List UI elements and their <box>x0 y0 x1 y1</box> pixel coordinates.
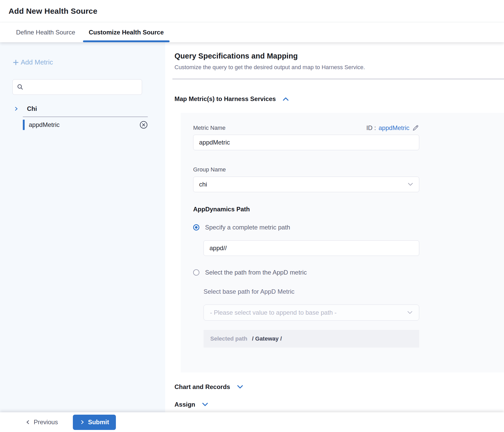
dialog-body: Add Metric Chi appdMetric <box>0 42 504 412</box>
chevron-up-icon <box>283 97 289 101</box>
radio-complete-metric-path[interactable]: Specify a complete metric path <box>193 224 290 231</box>
id-label: ID : <box>366 124 376 132</box>
chart-records-title: Chart and Records <box>174 383 230 391</box>
tab-define-health-source[interactable]: Define Health Source <box>11 22 80 42</box>
metric-path-input[interactable] <box>204 240 419 256</box>
metric-search-box[interactable] <box>12 79 142 95</box>
selected-indicator-bar <box>23 120 25 130</box>
sidebar-group-chi[interactable]: Chi <box>12 105 165 112</box>
divider <box>172 79 504 79</box>
submit-button[interactable]: Submit <box>73 415 116 430</box>
tab-label: Customize Health Source <box>89 29 164 36</box>
chevron-right-icon <box>80 420 85 425</box>
tab-customize-health-source[interactable]: Customize Health Source <box>84 22 168 42</box>
selected-path-label: Selected path <box>210 335 247 342</box>
map-metrics-title: Map Metric(s) to Harness Services <box>174 95 276 103</box>
group-name-value: chi <box>199 181 207 188</box>
chevron-left-icon <box>25 420 31 425</box>
search-icon <box>17 84 24 90</box>
main-panel: Query Specifications and Mapping Customi… <box>165 42 504 412</box>
tab-bar: Define Health Source Customize Health So… <box>0 22 504 42</box>
assign-title: Assign <box>174 401 195 408</box>
chevron-down-icon <box>408 183 413 186</box>
base-path-label: Select base path for AppD Metric <box>204 288 504 295</box>
metric-name-input[interactable] <box>193 135 419 150</box>
metric-item-label: appdMetric <box>29 121 139 128</box>
previous-label: Previous <box>34 419 58 426</box>
chevron-down-icon <box>237 385 243 389</box>
assign-section-toggle[interactable]: Assign <box>174 401 208 408</box>
id-value-link[interactable]: appdMetric <box>379 124 409 132</box>
submit-label: Submit <box>88 419 109 426</box>
add-metric-button[interactable]: Add Metric <box>12 58 53 66</box>
group-name-field-label: Group Name <box>193 166 504 173</box>
selected-path-bar: Selected path / Gateway / <box>204 330 419 348</box>
base-path-placeholder: - Please select value to append to base … <box>210 309 337 316</box>
chevron-down-icon <box>202 402 208 407</box>
metric-name-label: Metric Name <box>193 125 226 131</box>
group-name-select[interactable]: chi <box>193 177 419 192</box>
chart-records-section-toggle[interactable]: Chart and Records <box>174 383 243 391</box>
previous-button[interactable]: Previous <box>25 419 58 426</box>
wizard-footer: Previous Submit <box>0 412 504 432</box>
radio-select-path-label: Select the path from the AppD metric <box>205 269 307 276</box>
remove-metric-button[interactable] <box>139 121 148 129</box>
group-name-label: Chi <box>27 105 37 112</box>
base-path-select[interactable]: - Please select value to append to base … <box>204 305 419 321</box>
map-metrics-panel: Metric Name ID : appdMetric Group Name c… <box>181 113 504 372</box>
plus-icon <box>12 59 19 66</box>
metric-search-input[interactable] <box>27 83 138 91</box>
appdynamics-path-title: AppDynamics Path <box>193 206 504 213</box>
radio-unselected-icon[interactable] <box>193 269 199 276</box>
chevron-down-icon <box>407 311 413 314</box>
metric-id-row[interactable]: ID : appdMetric <box>366 124 419 132</box>
radio-select-appd-path[interactable]: Select the path from the AppD metric <box>193 269 307 276</box>
edit-pencil-icon[interactable] <box>412 124 419 132</box>
selected-path-value: / Gateway / <box>252 335 282 342</box>
radio-complete-path-label: Specify a complete metric path <box>205 224 290 231</box>
metric-name-label-row: Metric Name ID : appdMetric <box>193 124 419 132</box>
section-subtitle: Customize the query to get the desired o… <box>174 64 504 71</box>
map-metrics-section-toggle[interactable]: Map Metric(s) to Harness Services <box>174 95 289 103</box>
add-metric-label: Add Metric <box>21 58 53 66</box>
tab-label: Define Health Source <box>16 29 75 36</box>
sidebar-metric-item[interactable]: appdMetric <box>23 117 148 133</box>
radio-selected-icon[interactable] <box>193 224 199 231</box>
metrics-sidebar: Add Metric Chi appdMetric <box>0 42 165 412</box>
circle-x-icon <box>139 121 148 129</box>
dialog-header: Add New Health Source <box>0 0 504 22</box>
section-title: Query Specifications and Mapping <box>174 52 504 60</box>
chevron-right-icon <box>13 106 19 111</box>
page-title: Add New Health Source <box>9 7 97 16</box>
